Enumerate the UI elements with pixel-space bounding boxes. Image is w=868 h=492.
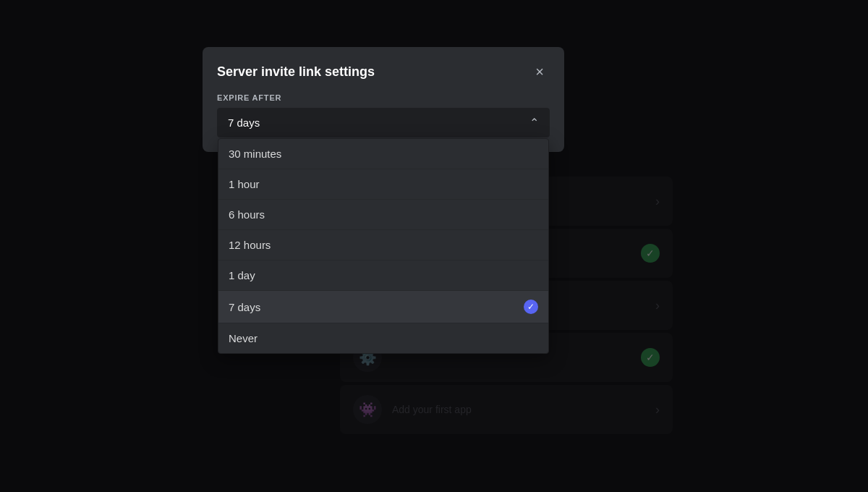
close-button[interactable]: × (529, 62, 550, 82)
selected-value: 7 days (228, 116, 260, 129)
modal-title: Server invite link settings (217, 64, 375, 80)
chevron-up-icon: ⌃ (529, 116, 539, 130)
dropdown-item-never[interactable]: Never (218, 323, 548, 353)
expire-after-label: EXPIRE AFTER (217, 93, 550, 102)
modal-body: EXPIRE AFTER 7 days ⌃ 30 minutes 1 hour … (203, 93, 564, 152)
dropdown-item-1day[interactable]: 1 day (218, 260, 548, 291)
modal-dialog: Server invite link settings × EXPIRE AFT… (203, 47, 564, 152)
dropdown-item-1hour[interactable]: 1 hour (218, 169, 548, 200)
dropdown-menu: 30 minutes 1 hour 6 hours 12 hours 1 day… (218, 138, 549, 354)
dropdown-item-12hours[interactable]: 12 hours (218, 230, 548, 260)
selected-check-icon: ✓ (524, 300, 538, 314)
modal-header: Server invite link settings × (203, 47, 564, 93)
dropdown-item-7days[interactable]: 7 days ✓ (218, 291, 548, 323)
dropdown-item-30min[interactable]: 30 minutes (218, 139, 548, 169)
dropdown-item-6hours[interactable]: 6 hours (218, 200, 548, 230)
expire-after-select[interactable]: 7 days ⌃ 30 minutes 1 hour 6 hours 12 ho… (217, 108, 550, 137)
